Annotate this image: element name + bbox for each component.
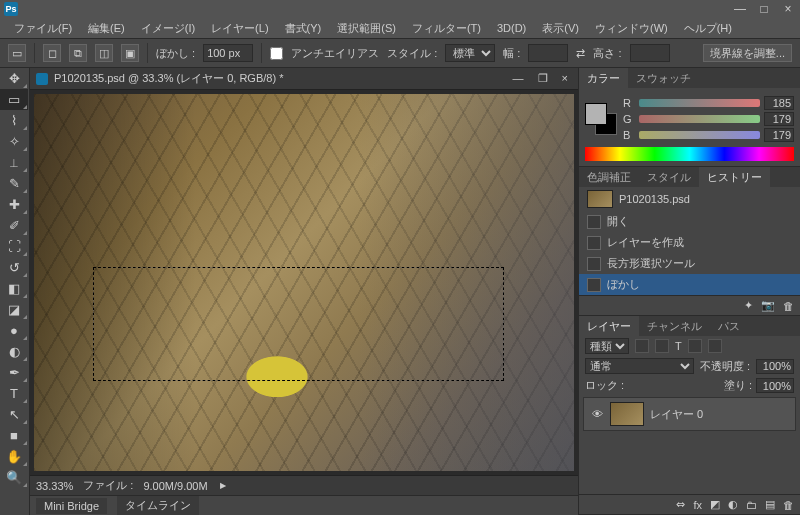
blur-tool[interactable]: ● bbox=[0, 320, 28, 341]
menu-layer[interactable]: レイヤー(L) bbox=[205, 19, 274, 38]
style-select[interactable]: 標準 bbox=[445, 44, 495, 62]
menu-3d[interactable]: 3D(D) bbox=[491, 20, 532, 36]
marquee-tool[interactable]: ▭ bbox=[0, 89, 28, 110]
history-item[interactable]: 開く bbox=[579, 211, 800, 232]
color-spectrum[interactable] bbox=[585, 147, 794, 161]
filter-type-icon[interactable]: T bbox=[675, 340, 682, 352]
visibility-toggle-icon[interactable]: 👁 bbox=[590, 408, 604, 420]
zoom-value[interactable]: 33.33% bbox=[36, 480, 73, 492]
feather-input[interactable] bbox=[203, 44, 253, 62]
move-tool[interactable]: ✥ bbox=[0, 68, 28, 89]
selection-new-icon[interactable]: ◻ bbox=[43, 44, 61, 62]
doc-restore-button[interactable]: ❐ bbox=[534, 72, 552, 85]
delete-layer-icon[interactable]: 🗑 bbox=[783, 499, 794, 511]
path-select-tool[interactable]: ↖ bbox=[0, 404, 28, 425]
refine-edge-button[interactable]: 境界線を調整... bbox=[703, 44, 792, 62]
brush-tool[interactable]: ✐ bbox=[0, 215, 28, 236]
adjustment-layer-icon[interactable]: ◐ bbox=[728, 498, 738, 511]
history-snapshot[interactable]: P1020135.psd bbox=[579, 187, 800, 211]
healing-tool[interactable]: ✚ bbox=[0, 194, 28, 215]
selection-intersect-icon[interactable]: ▣ bbox=[121, 44, 139, 62]
layer-kind-select[interactable]: 種類 bbox=[585, 338, 629, 354]
menu-type[interactable]: 書式(Y) bbox=[279, 19, 328, 38]
trash-icon[interactable]: 🗑 bbox=[783, 300, 794, 312]
zoom-tool[interactable]: 🔍 bbox=[0, 467, 28, 488]
filter-smart-icon[interactable] bbox=[708, 339, 722, 353]
filter-pixel-icon[interactable] bbox=[635, 339, 649, 353]
menu-filter[interactable]: フィルター(T) bbox=[406, 19, 487, 38]
status-menu-icon[interactable]: ▶ bbox=[220, 481, 226, 490]
tab-color[interactable]: カラー bbox=[579, 68, 628, 88]
selection-subtract-icon[interactable]: ◫ bbox=[95, 44, 113, 62]
hand-tool[interactable]: ✋ bbox=[0, 446, 28, 467]
close-button[interactable]: × bbox=[780, 2, 796, 16]
history-item[interactable]: ぼかし bbox=[579, 274, 800, 295]
gradient-tool[interactable]: ◪ bbox=[0, 299, 28, 320]
menu-select[interactable]: 選択範囲(S) bbox=[331, 19, 402, 38]
fg-bg-swatch[interactable] bbox=[585, 103, 617, 135]
history-item[interactable]: 長方形選択ツール bbox=[579, 253, 800, 274]
tab-styles[interactable]: スタイル bbox=[639, 167, 699, 187]
blend-mode-select[interactable]: 通常 bbox=[585, 358, 694, 374]
new-layer-icon[interactable]: ▤ bbox=[765, 498, 775, 511]
g-value[interactable]: 179 bbox=[764, 112, 794, 126]
g-slider[interactable] bbox=[639, 115, 760, 123]
filter-shape-icon[interactable] bbox=[688, 339, 702, 353]
type-tool[interactable]: T bbox=[0, 383, 28, 404]
wand-tool[interactable]: ✧ bbox=[0, 131, 28, 152]
pen-tool[interactable]: ✒ bbox=[0, 362, 28, 383]
width-input[interactable] bbox=[528, 44, 568, 62]
history-item[interactable]: レイヤーを作成 bbox=[579, 232, 800, 253]
minimize-button[interactable]: — bbox=[732, 2, 748, 16]
selection-marquee[interactable] bbox=[93, 267, 503, 380]
tab-layers[interactable]: レイヤー bbox=[579, 316, 639, 336]
lasso-tool[interactable]: ⌇ bbox=[0, 110, 28, 131]
selection-add-icon[interactable]: ⧉ bbox=[69, 44, 87, 62]
tab-paths[interactable]: パス bbox=[710, 316, 748, 336]
menu-help[interactable]: ヘルプ(H) bbox=[678, 19, 738, 38]
layer-mask-icon[interactable]: ◩ bbox=[710, 498, 720, 511]
stamp-tool[interactable]: ⛶ bbox=[0, 236, 28, 257]
tab-swatches[interactable]: スウォッチ bbox=[628, 68, 699, 88]
opacity-input[interactable] bbox=[756, 359, 794, 374]
antialias-checkbox[interactable] bbox=[270, 47, 283, 60]
marquee-tool-indicator[interactable]: ▭ bbox=[8, 44, 26, 62]
layer-row[interactable]: 👁 レイヤー 0 bbox=[583, 397, 796, 431]
dodge-tool[interactable]: ◐ bbox=[0, 341, 28, 362]
menu-image[interactable]: イメージ(I) bbox=[135, 19, 201, 38]
menu-view[interactable]: 表示(V) bbox=[536, 19, 585, 38]
filter-adjust-icon[interactable] bbox=[655, 339, 669, 353]
maximize-button[interactable]: □ bbox=[756, 2, 772, 16]
history-brush-tool[interactable]: ↺ bbox=[0, 257, 28, 278]
tab-channels[interactable]: チャンネル bbox=[639, 316, 710, 336]
canvas-area[interactable] bbox=[30, 90, 578, 475]
new-doc-from-state-icon[interactable]: ✦ bbox=[744, 299, 753, 312]
height-input[interactable] bbox=[630, 44, 670, 62]
link-layers-icon[interactable]: ⇔ bbox=[676, 498, 685, 511]
tab-mini-bridge[interactable]: Mini Bridge bbox=[36, 498, 107, 514]
group-icon[interactable]: 🗀 bbox=[746, 499, 757, 511]
swap-icon[interactable]: ⇄ bbox=[576, 47, 585, 60]
r-value[interactable]: 185 bbox=[764, 96, 794, 110]
tab-adjustments[interactable]: 色調補正 bbox=[579, 167, 639, 187]
menu-window[interactable]: ウィンドウ(W) bbox=[589, 19, 674, 38]
r-slider[interactable] bbox=[639, 99, 760, 107]
doc-close-button[interactable]: × bbox=[558, 72, 572, 85]
eraser-tool[interactable]: ◧ bbox=[0, 278, 28, 299]
snapshot-icon[interactable]: 📷 bbox=[761, 299, 775, 312]
fill-input[interactable] bbox=[756, 378, 794, 393]
menu-file[interactable]: ファイル(F) bbox=[8, 19, 78, 38]
tab-history[interactable]: ヒストリー bbox=[699, 167, 770, 187]
tab-timeline[interactable]: タイムライン bbox=[117, 496, 199, 515]
b-slider[interactable] bbox=[639, 131, 760, 139]
crop-tool[interactable]: ⟂ bbox=[0, 152, 28, 173]
layer-fx-icon[interactable]: fx bbox=[693, 499, 702, 511]
shape-tool[interactable]: ■ bbox=[0, 425, 28, 446]
fg-color-swatch[interactable] bbox=[585, 103, 607, 125]
layer-name[interactable]: レイヤー 0 bbox=[650, 407, 703, 422]
doc-minimize-button[interactable]: — bbox=[509, 72, 528, 85]
b-value[interactable]: 179 bbox=[764, 128, 794, 142]
menu-edit[interactable]: 編集(E) bbox=[82, 19, 131, 38]
eyedropper-tool[interactable]: ✎ bbox=[0, 173, 28, 194]
document-tab[interactable]: P1020135.psd @ 33.3% (レイヤー 0, RGB/8) * —… bbox=[30, 68, 578, 90]
